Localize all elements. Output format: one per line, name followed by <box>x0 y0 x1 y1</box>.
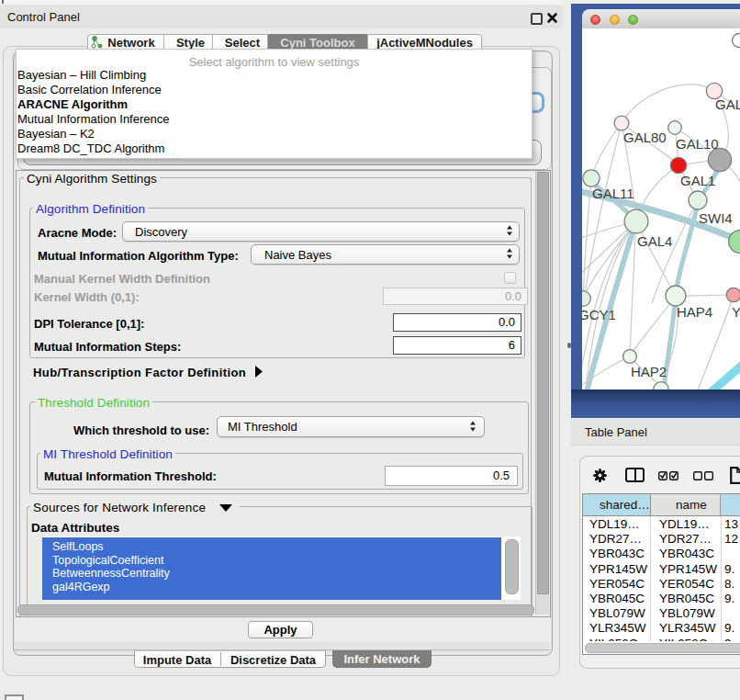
svg-text:GAL80: GAL80 <box>623 130 667 145</box>
svg-text:GAL4: GAL4 <box>637 233 672 249</box>
svg-text:YM: YM <box>732 304 740 320</box>
svg-text:GCY1: GCY1 <box>582 307 616 322</box>
svg-text:GAL11: GAL11 <box>592 186 634 201</box>
svg-text:GAL1: GAL1 <box>680 173 715 188</box>
svg-text:SWI4: SWI4 <box>699 210 733 226</box>
svg-text:GAL7: GAL7 <box>715 96 740 112</box>
svg-text:HAP2: HAP2 <box>631 364 667 379</box>
svg-text:HAP4: HAP4 <box>677 304 712 320</box>
svg-text:GAL10: GAL10 <box>676 136 719 152</box>
